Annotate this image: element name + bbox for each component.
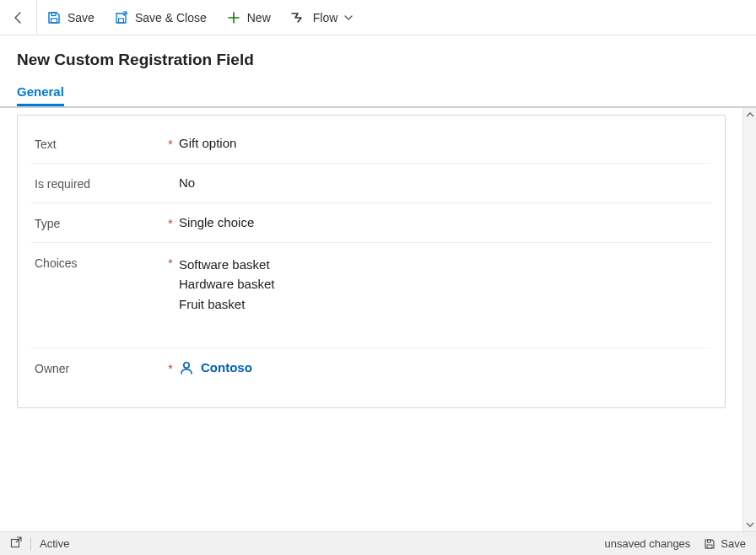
field-owner[interactable]: Owner * Contoso [31, 348, 711, 387]
new-button[interactable]: New [217, 0, 281, 35]
main-area: Text * Gift option Is required No Type *… [0, 106, 756, 531]
svg-rect-2 [118, 19, 123, 23]
save-icon [704, 538, 716, 550]
choice-item: Hardware basket [179, 274, 711, 294]
title-area: New Custom Registration Field General [0, 35, 756, 106]
save-label: Save [68, 11, 94, 24]
save-button[interactable]: Save [37, 0, 105, 35]
choice-item: Software basket [179, 255, 711, 274]
flow-icon [291, 12, 306, 24]
field-value[interactable]: No [179, 175, 711, 190]
flow-button[interactable]: Flow [281, 0, 364, 35]
svg-rect-0 [51, 19, 57, 23]
field-value[interactable]: Contoso [179, 360, 711, 375]
new-label: New [247, 11, 271, 24]
field-text[interactable]: Text * Gift option [31, 124, 711, 164]
field-label: Text [31, 136, 162, 151]
field-label: Owner [31, 360, 162, 375]
record-state: Active [40, 537, 69, 550]
required-indicator: * [162, 255, 179, 270]
tab-general[interactable]: General [17, 84, 64, 106]
scroll-up-button[interactable] [743, 108, 757, 121]
field-value[interactable]: Software basket Hardware basket Fruit ba… [179, 255, 711, 314]
required-indicator: * [162, 215, 179, 230]
flow-label: Flow [313, 11, 338, 24]
field-label: Type [31, 215, 162, 230]
required-indicator [162, 175, 179, 177]
unsaved-indicator: unsaved changes [604, 537, 690, 550]
vertical-scrollbar[interactable] [742, 108, 756, 531]
form-card: Text * Gift option Is required No Type *… [17, 115, 726, 408]
statusbar-save-label: Save [721, 537, 746, 550]
status-bar: Active unsaved changes Save [0, 531, 756, 555]
svg-rect-6 [708, 540, 711, 542]
save-close-icon [115, 11, 128, 24]
field-label: Choices [31, 255, 162, 270]
page-title: New Custom Registration Field [17, 51, 739, 69]
command-bar: Save Save & Close New Flow [0, 0, 756, 35]
form-scroll[interactable]: Text * Gift option Is required No Type *… [0, 108, 742, 531]
chevron-down-icon [344, 13, 353, 22]
save-close-button[interactable]: Save & Close [105, 0, 217, 35]
field-value[interactable]: Single choice [179, 215, 711, 229]
back-arrow-icon [12, 11, 25, 24]
field-label: Is required [31, 175, 162, 191]
required-indicator: * [162, 360, 179, 375]
required-indicator: * [162, 136, 179, 151]
plus-icon [227, 11, 240, 24]
save-icon [47, 11, 61, 24]
field-type[interactable]: Type * Single choice [31, 203, 711, 243]
tab-bar: General [17, 84, 739, 106]
svg-point-3 [184, 363, 189, 368]
scroll-down-button[interactable] [743, 518, 757, 531]
save-close-label: Save & Close [135, 11, 207, 24]
owner-name: Contoso [201, 360, 252, 374]
separator [30, 537, 31, 551]
popout-icon[interactable] [10, 536, 22, 551]
field-is-required[interactable]: Is required No [31, 164, 711, 203]
back-button[interactable] [0, 0, 37, 35]
svg-rect-1 [51, 13, 56, 16]
field-choices[interactable]: Choices * Software basket Hardware baske… [31, 243, 711, 348]
owner-lookup[interactable]: Contoso [179, 360, 711, 375]
statusbar-save-button[interactable]: Save [704, 537, 746, 550]
choice-item: Fruit basket [179, 294, 711, 314]
field-value[interactable]: Gift option [179, 136, 711, 150]
person-icon [179, 360, 194, 375]
